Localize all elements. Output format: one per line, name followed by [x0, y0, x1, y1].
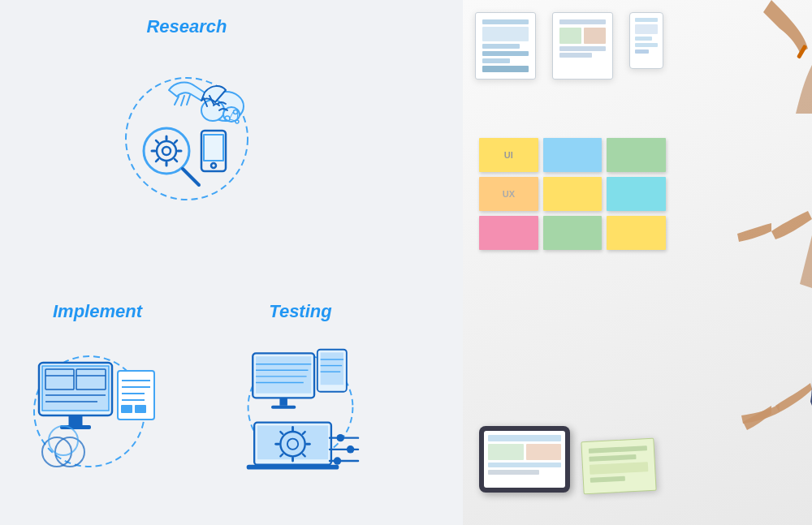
testing-icon-area: [227, 330, 374, 476]
wireframe-card-1: [475, 12, 536, 80]
svg-line-2: [183, 169, 199, 185]
svg-point-3: [157, 141, 176, 161]
svg-rect-40: [121, 405, 132, 413]
svg-point-4: [162, 147, 171, 155]
svg-rect-59: [271, 406, 296, 409]
svg-rect-14: [204, 135, 223, 161]
svg-point-48: [42, 437, 71, 467]
svg-point-1: [144, 128, 189, 174]
svg-line-25: [175, 97, 179, 105]
testing-title: Testing: [269, 301, 331, 322]
research-svg: [106, 45, 268, 208]
tablet-mockups-area: [479, 426, 655, 493]
svg-line-11: [156, 159, 158, 161]
svg-rect-58: [279, 398, 287, 405]
svg-point-83: [334, 457, 341, 464]
right-panel: UI UX: [463, 0, 812, 525]
stickies-grid-top: UI UX: [479, 138, 666, 250]
svg-line-26: [181, 96, 184, 105]
left-panel: Research: [0, 0, 463, 525]
wireframe-cards-area: [475, 12, 663, 80]
implement-title: Implement: [53, 301, 142, 322]
svg-rect-77: [247, 465, 339, 470]
svg-rect-33: [69, 415, 82, 425]
svg-point-81: [347, 445, 354, 453]
svg-point-21: [235, 120, 239, 123]
testing-svg: [227, 330, 374, 476]
svg-rect-41: [135, 405, 146, 413]
research-title: Research: [146, 16, 227, 37]
implement-icon-area: [24, 330, 171, 476]
svg-rect-84: [797, 45, 807, 59]
svg-point-50: [49, 426, 78, 455]
research-icon-area: [106, 45, 268, 208]
svg-rect-53: [256, 356, 311, 393]
svg-point-15: [211, 163, 216, 168]
svg-line-10: [175, 159, 177, 161]
svg-line-12: [175, 140, 177, 143]
svg-rect-61: [321, 352, 343, 385]
implement-section: Implement: [24, 301, 171, 476]
wireframe-card-3: [629, 12, 663, 69]
testing-section: Testing: [227, 301, 374, 476]
paper-mockup: [581, 438, 656, 495]
app-container: Research: [0, 0, 812, 525]
whiteboard-photo: UI UX: [463, 0, 812, 525]
wireframe-card-2: [552, 12, 613, 80]
svg-line-27: [187, 95, 190, 105]
implement-svg: [24, 330, 171, 476]
tablet-1: [479, 426, 570, 493]
svg-line-9: [156, 140, 158, 143]
research-section: Research: [106, 16, 268, 208]
svg-point-79: [337, 434, 344, 441]
svg-rect-32: [42, 366, 109, 411]
